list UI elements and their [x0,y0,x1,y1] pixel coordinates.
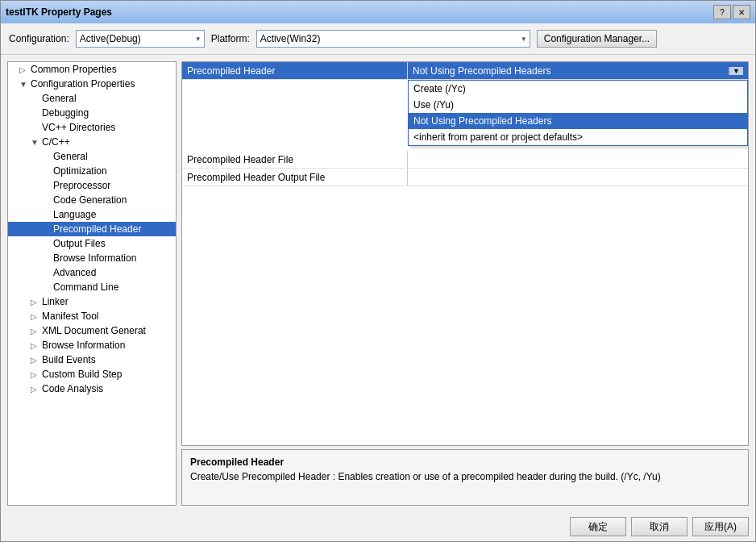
tree-item-browse-information[interactable]: ▷ Browse Information [8,338,176,352]
expander-preprocessor [42,181,53,190]
expander-cpp-general [42,152,53,161]
tree-label-xml-document: XML Document Generat [42,325,146,336]
tree-item-custom-build-step[interactable]: ▷ Custom Build Step [8,367,176,381]
tree-item-common-properties[interactable]: ▷ Common Properties [8,62,176,77]
expander-vc-directories [31,123,42,132]
config-manager-button[interactable]: Configuration Manager... [537,30,657,48]
tree-label-custom-build-step: Custom Build Step [42,369,122,380]
tree-item-build-events[interactable]: ▷ Build Events [8,352,176,367]
properties-table: Precompiled Header Not Using Precompiled… [181,61,749,446]
tree-item-cpp[interactable]: ▼ C/C++ [8,135,176,149]
prop-name-output: Precompiled Header Output File [182,169,408,186]
tree-label-advanced: Advanced [53,267,96,278]
expander-browse-information-cpp [42,254,53,263]
ok-button[interactable]: 确定 [570,517,626,536]
expander-custom-build-step: ▷ [31,370,42,379]
config-label: Configuration: [9,33,69,44]
tree-label-cpp: C/C++ [42,136,70,148]
tree-label-language: Language [53,209,96,220]
prop-row-precompiled-header[interactable]: Precompiled Header Not Using Precompiled… [182,62,748,80]
tree-label-code-generation: Code Generation [53,194,127,206]
tree-label-browse-information-cpp: Browse Information [53,252,136,264]
help-button[interactable]: ? [713,5,731,19]
expander-command-line [42,283,53,292]
tree-item-general[interactable]: General [8,91,176,106]
tree-label-vc-directories: VC++ Directories [42,122,115,133]
tree-label-common-properties: Common Properties [31,64,117,75]
prop-row-precompiled-header-file[interactable]: Precompiled Header File [182,151,748,169]
expander-precompiled-header [42,225,53,234]
tree-item-code-generation[interactable]: Code Generation [8,193,176,207]
tree-label-preprocessor: Preprocessor [53,180,110,191]
tree-panel: ▷ Common Properties ▼ Configuration Prop… [7,61,177,506]
expander-general [31,94,42,103]
dropdown-option-create[interactable]: Create (/Yc) [409,81,747,97]
right-panel: Precompiled Header Not Using Precompiled… [181,61,749,506]
tree-item-cpp-general[interactable]: General [8,149,176,164]
tree-item-xml-document[interactable]: ▷ XML Document Generat [8,323,176,338]
tree-item-optimization[interactable]: Optimization [8,164,176,178]
precompiled-header-dropdown: Create (/Yc) Use (/Yu) Not Using Precomp… [408,80,748,146]
prop-name-precompiled-header: Precompiled Header [182,62,408,79]
tree-label-configuration-properties: Configuration Properties [31,78,135,90]
expander-optimization [42,167,53,176]
tree-item-output-files[interactable]: Output Files [8,236,176,251]
toolbar: Configuration: Active(Debug) Platform: A… [1,23,755,55]
expander-code-analysis: ▷ [31,385,42,394]
expander-advanced [42,269,53,277]
prop-value-output [408,169,748,186]
tree-item-code-analysis[interactable]: ▷ Code Analysis [8,381,176,396]
tree-label-general: General [42,93,77,104]
expander-manifest-tool: ▷ [31,312,42,321]
prop-value-precompiled-header: Not Using Precompiled Headers ▼ [408,62,748,79]
tree-item-vc-directories[interactable]: VC++ Directories [8,120,176,135]
prop-rows-below: Precompiled Header File Precompiled Head… [182,151,748,186]
tree-label-manifest-tool: Manifest Tool [42,311,98,322]
tree-item-advanced[interactable]: Advanced [8,265,176,280]
platform-label: Platform: [211,33,250,44]
config-select[interactable]: Active(Debug) [76,30,205,48]
tree-item-linker[interactable]: ▷ Linker [8,294,176,309]
description-area: Precompiled Header Create/Use Precompile… [181,449,749,506]
expander-configuration-properties: ▼ [19,80,31,89]
tree-item-browse-information-cpp[interactable]: Browse Information [8,251,176,265]
description-text: Create/Use Precompiled Header : Enables … [190,471,740,482]
expander-code-generation [42,196,53,205]
tree-item-configuration-properties[interactable]: ▼ Configuration Properties [8,77,176,91]
tree-item-preprocessor[interactable]: Preprocessor [8,178,176,193]
bottom-buttons: 确定 取消 应用(A) [1,512,755,541]
tree-label-debugging: Debugging [42,107,89,119]
prop-name-file: Precompiled Header File [182,151,408,168]
dropdown-option-inherit[interactable]: <inherit from parent or project defaults… [409,129,747,145]
platform-select[interactable]: Active(Win32) [256,30,530,48]
dropdown-option-use[interactable]: Use (/Yu) [409,97,747,113]
tree-item-manifest-tool[interactable]: ▷ Manifest Tool [8,309,176,323]
tree-item-precompiled-header[interactable]: Precompiled Header [8,222,176,236]
tree-item-command-line[interactable]: Command Line [8,280,176,294]
tree-label-command-line: Command Line [53,281,118,293]
expander-common-properties: ▷ [19,65,31,74]
prop-row-precompiled-header-output[interactable]: Precompiled Header Output File [182,169,748,186]
main-window: testITK Property Pages ? ✕ Configuration… [0,0,756,542]
apply-button[interactable]: 应用(A) [692,517,749,536]
tree-label-optimization: Optimization [53,165,107,177]
tree-item-language[interactable]: Language [8,207,176,222]
expander-cpp: ▼ [31,138,42,147]
expander-debugging [31,109,42,118]
tree-label-browse-information: Browse Information [42,340,125,351]
cancel-button[interactable]: 取消 [631,517,687,536]
tree-item-debugging[interactable]: Debugging [8,106,176,120]
dropdown-arrow-icon[interactable]: ▼ [729,67,743,75]
prop-value-file [408,151,748,168]
title-bar-buttons: ? ✕ [713,5,750,19]
tree-label-precompiled-header: Precompiled Header [53,223,141,235]
expander-linker: ▷ [31,298,42,306]
tree-label-code-analysis: Code Analysis [42,383,103,394]
expander-browse-information: ▷ [31,341,42,350]
description-title: Precompiled Header [190,457,740,468]
tree-label-cpp-general: General [53,151,88,162]
dropdown-option-not-using[interactable]: Not Using Precompiled Headers [409,113,747,129]
close-button[interactable]: ✕ [733,5,750,19]
expander-build-events: ▷ [31,356,42,365]
expander-language [42,211,53,219]
